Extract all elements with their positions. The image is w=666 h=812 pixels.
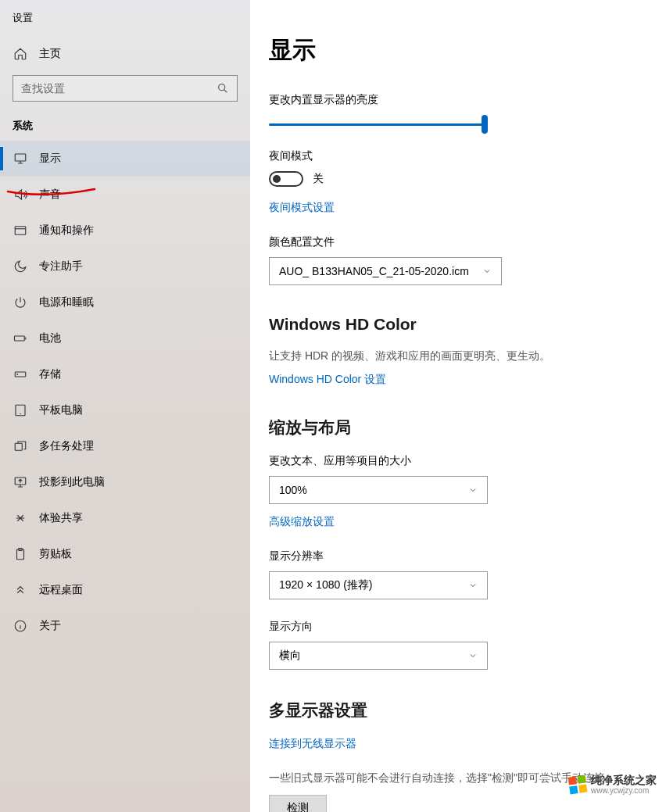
resolution-value: 1920 × 1080 (推荐)	[279, 578, 372, 592]
svg-rect-7	[15, 443, 22, 450]
hd-color-title: Windows HD Color	[269, 315, 647, 334]
project-icon	[13, 475, 28, 489]
night-light-settings-link[interactable]: 夜间模式设置	[269, 201, 335, 215]
sidebar-item-label: 通知和操作	[39, 224, 94, 238]
sidebar-item-label: 投影到此电脑	[39, 475, 105, 489]
home-icon	[13, 47, 28, 61]
hd-color-link[interactable]: Windows HD Color 设置	[269, 373, 386, 387]
multitask-icon	[13, 439, 28, 453]
sidebar-item-label: 电源和睡眠	[39, 295, 94, 309]
battery-icon	[13, 331, 28, 345]
svg-rect-2	[15, 227, 26, 235]
home-nav-item[interactable]: 主页	[0, 39, 250, 69]
color-profile-value: AUO_ B133HAN05_C_21-05-2020.icm	[279, 265, 469, 277]
scale-dropdown[interactable]: 100%	[269, 476, 488, 504]
svg-point-0	[219, 84, 225, 91]
about-icon	[13, 619, 28, 633]
scale-value: 100%	[279, 484, 307, 496]
search-box[interactable]	[13, 75, 238, 102]
sidebar-item-label: 电池	[39, 331, 61, 345]
sidebar-item-clipboard[interactable]: 剪贴板	[0, 536, 250, 572]
sidebar-item-tablet[interactable]: 平板电脑	[0, 392, 250, 428]
sidebar-item-battery[interactable]: 电池	[0, 320, 250, 356]
color-profile-dropdown[interactable]: AUO_ B133HAN05_C_21-05-2020.icm	[269, 257, 502, 285]
sidebar-item-label: 专注助手	[39, 259, 83, 274]
scale-title: 缩放与布局	[269, 417, 647, 438]
sidebar-item-label: 存储	[39, 367, 61, 381]
sidebar-item-about[interactable]: 关于	[0, 608, 250, 644]
scale-label: 更改文本、应用等项目的大小	[269, 454, 647, 468]
page-title: 显示	[269, 34, 647, 66]
detect-button[interactable]: 检测	[269, 795, 327, 812]
svg-rect-4	[15, 372, 26, 377]
home-label: 主页	[39, 47, 61, 61]
window-title: 设置	[0, 8, 250, 39]
search-icon	[217, 82, 229, 95]
category-title: 系统	[0, 116, 250, 141]
night-light-label: 夜间模式	[269, 149, 647, 163]
sidebar-item-label: 剪贴板	[39, 547, 72, 561]
orientation-dropdown[interactable]: 横向	[269, 642, 488, 670]
sidebar-item-label: 关于	[39, 619, 61, 633]
watermark: 纯净系统之家 www.ycwjzy.com	[569, 774, 657, 795]
wireless-display-link[interactable]: 连接到无线显示器	[269, 737, 356, 751]
brightness-slider[interactable]	[269, 115, 488, 134]
tablet-icon	[13, 403, 28, 417]
shared-icon	[13, 511, 28, 525]
sidebar-item-label: 显示	[39, 152, 61, 166]
resolution-label: 显示分辨率	[269, 549, 647, 563]
remote-icon	[13, 583, 28, 597]
advanced-scale-link[interactable]: 高级缩放设置	[269, 515, 335, 529]
display-icon	[13, 152, 28, 166]
notify-icon	[13, 224, 28, 238]
chevron-down-icon	[468, 651, 478, 660]
sidebar-item-shared[interactable]: 体验共享	[0, 500, 250, 536]
main-content: 显示 更改内置显示器的亮度 夜间模式 关 夜间模式设置 颜色配置文件 AUO_ …	[250, 0, 666, 812]
sidebar-item-label: 多任务处理	[39, 439, 94, 453]
sidebar: 设置 主页 系统 显示声音通知和操作专注助手电源和睡眠电池存储平板电脑多任务处理…	[0, 0, 250, 812]
orientation-label: 显示方向	[269, 620, 647, 634]
svg-rect-3	[15, 336, 25, 341]
sidebar-item-focus[interactable]: 专注助手	[0, 249, 250, 284]
orientation-value: 横向	[279, 649, 301, 663]
sidebar-item-power[interactable]: 电源和睡眠	[0, 284, 250, 320]
search-input[interactable]	[21, 82, 217, 95]
svg-point-5	[17, 374, 18, 375]
brightness-label: 更改内置显示器的亮度	[269, 93, 647, 107]
svg-rect-1	[15, 154, 26, 161]
sidebar-item-notify[interactable]: 通知和操作	[0, 213, 250, 249]
night-light-state: 关	[313, 172, 324, 186]
sidebar-item-project[interactable]: 投影到此电脑	[0, 464, 250, 500]
sidebar-item-label: 体验共享	[39, 511, 83, 525]
sidebar-item-remote[interactable]: 远程桌面	[0, 572, 250, 608]
chevron-down-icon	[482, 266, 492, 276]
power-icon	[13, 295, 28, 309]
storage-icon	[13, 367, 28, 381]
sidebar-item-label: 平板电脑	[39, 403, 83, 417]
sidebar-item-storage[interactable]: 存储	[0, 356, 250, 392]
chevron-down-icon	[468, 485, 478, 495]
color-profile-label: 颜色配置文件	[269, 235, 647, 249]
sidebar-item-label: 声音	[39, 188, 61, 202]
multi-display-title: 多显示器设置	[269, 699, 647, 721]
sidebar-item-display[interactable]: 显示	[0, 141, 250, 177]
watermark-logo-icon	[568, 774, 588, 794]
watermark-url: www.ycwjzy.com	[591, 786, 657, 795]
sidebar-item-multitask[interactable]: 多任务处理	[0, 428, 250, 464]
chevron-down-icon	[468, 581, 478, 590]
clipboard-icon	[13, 547, 28, 561]
hd-color-desc: 让支持 HDR 的视频、游戏和应用的画面更明亮、更生动。	[269, 349, 647, 363]
resolution-dropdown[interactable]: 1920 × 1080 (推荐)	[269, 571, 488, 599]
sound-icon	[13, 188, 28, 202]
focus-icon	[13, 259, 28, 274]
night-light-toggle[interactable]	[269, 171, 303, 187]
sidebar-item-sound[interactable]: 声音	[0, 177, 250, 213]
watermark-title: 纯净系统之家	[591, 774, 657, 786]
sidebar-item-label: 远程桌面	[39, 583, 83, 597]
